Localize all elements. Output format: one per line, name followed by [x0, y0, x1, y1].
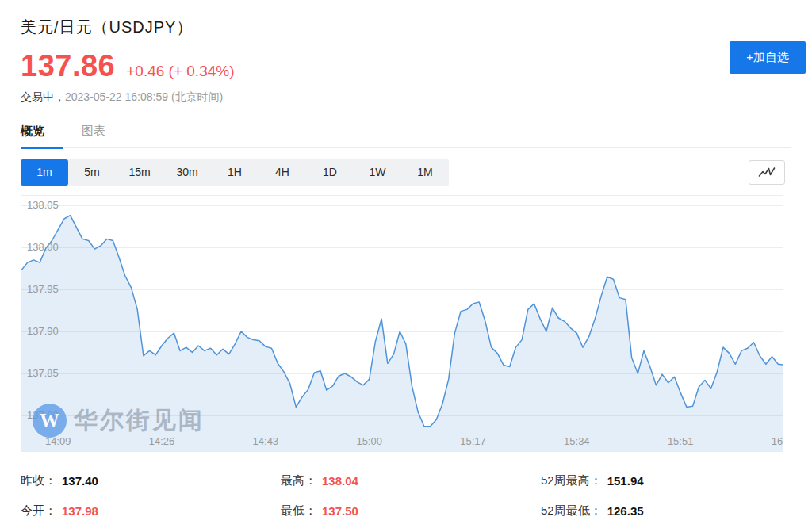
page-title: 美元/日元（USDJPY）: [21, 0, 791, 38]
stat-high: 最高： 138.04: [281, 466, 531, 496]
tab-bar: 概览 图表: [21, 124, 791, 148]
y-axis-label: 138.05: [27, 199, 59, 212]
brand-logo-icon: W: [33, 404, 67, 438]
trading-status: 交易中，: [21, 90, 65, 103]
period-1m[interactable]: 1m: [21, 159, 68, 186]
stat-open: 今开： 137.98: [21, 496, 271, 526]
tab-chart[interactable]: 图表: [82, 124, 105, 149]
period-30m[interactable]: 30m: [163, 159, 211, 186]
period-15m[interactable]: 15m: [116, 159, 163, 186]
period-5m[interactable]: 5m: [68, 159, 116, 186]
period-selector: 1m 5m 15m 30m 1H 4H 1D 1W 1M: [21, 159, 449, 186]
period-1w[interactable]: 1W: [354, 159, 401, 186]
watermark: W 华尔街见闻: [33, 404, 205, 438]
x-axis-label: 14:43: [253, 435, 279, 447]
current-price: 137.86: [21, 49, 115, 83]
chart-toolbar: 1m 5m 15m 30m 1H 4H 1D 1W 1M: [21, 159, 791, 186]
x-axis-label: 15:00: [356, 435, 382, 447]
period-1h[interactable]: 1H: [211, 159, 259, 186]
stat-52w-high: 52周最高： 151.94: [541, 466, 791, 496]
y-axis-label: 137.95: [27, 283, 59, 296]
sparkline-icon: [758, 166, 776, 178]
x-axis-label: 15:17: [460, 435, 486, 447]
add-watchlist-button[interactable]: +加自选: [730, 41, 806, 74]
x-axis-label: 16:08: [772, 435, 783, 447]
x-axis-label: 15:34: [564, 435, 590, 447]
y-axis-label: 137.85: [27, 367, 59, 380]
quote-timestamp: 2023-05-22 16:08:59 (北京时间): [65, 90, 223, 103]
price-row: 137.86 +0.46 (+ 0.34%): [21, 49, 791, 84]
price-change: +0.46 (+ 0.34%): [126, 63, 234, 80]
tab-overview[interactable]: 概览: [21, 124, 63, 149]
x-axis-label: 15:51: [668, 435, 694, 447]
brand-name: 华尔街见闻: [74, 404, 205, 437]
y-axis-label: 137.90: [27, 325, 59, 338]
y-axis-label: 138.00: [27, 241, 59, 254]
stat-low: 最低： 137.50: [281, 496, 531, 526]
stat-52w-low: 52周最低： 126.35: [541, 496, 791, 526]
main-content: 美元/日元（USDJPY） 137.86 +0.46 (+ 0.34%) 交易中…: [0, 0, 812, 526]
period-4h[interactable]: 4H: [259, 159, 306, 186]
stat-prev-close: 昨收： 137.40: [21, 466, 271, 496]
trading-status-row: 交易中，2023-05-22 16:08:59 (北京时间): [21, 90, 791, 106]
chart-type-button[interactable]: [749, 160, 785, 185]
quote-stats: 昨收： 137.40 最高： 138.04 52周最高： 151.94 今开： …: [21, 466, 791, 526]
price-chart[interactable]: W 华尔街见闻 138.05138.00137.95137.90137.8513…: [21, 195, 783, 452]
period-1m-month[interactable]: 1M: [401, 159, 449, 186]
period-1d[interactable]: 1D: [306, 159, 354, 186]
